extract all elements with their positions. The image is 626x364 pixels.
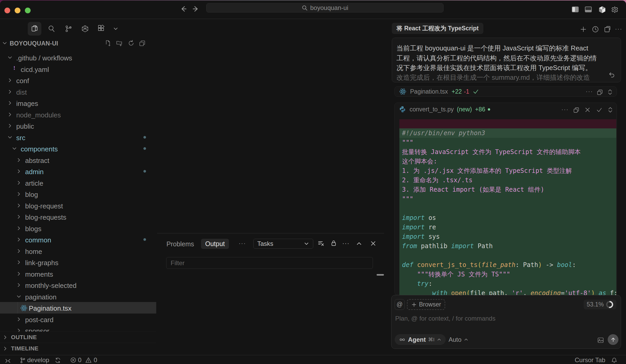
card-new-badge: (new)	[457, 106, 472, 113]
tree-item-sponsor[interactable]: sponsor	[0, 325, 156, 332]
problems-tab[interactable]: Problems	[166, 240, 194, 248]
context-usage-pill[interactable]: 53.1%	[584, 300, 616, 309]
chat-input-box[interactable]: @ Browser 53.1% Plan, @ for context, / f…	[391, 295, 621, 349]
panel-more-actions-icon[interactable]: ···	[342, 240, 350, 247]
panel-more-tabs-icon[interactable]: ···	[239, 240, 246, 247]
tree-item-post-card[interactable]: post-card	[0, 314, 156, 325]
chat-more-icon[interactable]: ···	[615, 26, 622, 32]
tree-item-images[interactable]: images	[0, 97, 156, 109]
card-copy-icon[interactable]	[596, 89, 603, 96]
address-bar[interactable]: boyouquan-ui	[206, 3, 444, 13]
output-tab[interactable]: Output	[201, 239, 229, 249]
chat-tab-title[interactable]: 将 React 工程改为 TypeScript	[392, 23, 483, 34]
timeline-section[interactable]: TIMELINE	[0, 343, 156, 354]
tree-item-blog[interactable]: blog	[0, 188, 156, 200]
diff-removed-line	[399, 119, 616, 128]
back-button[interactable]	[180, 5, 187, 13]
model-dropdown[interactable]: Auto	[449, 334, 468, 345]
outline-section[interactable]: OUTLINE	[0, 332, 156, 343]
tree-item-public[interactable]: public	[0, 120, 156, 132]
add-context-button[interactable]: @	[395, 299, 405, 310]
model-label: Auto	[449, 336, 461, 343]
tree-item-admin[interactable]: admin	[0, 166, 156, 177]
card-more-icon[interactable]: ···	[561, 106, 569, 113]
tree-item-label: sponsor	[25, 327, 49, 332]
card-more-icon[interactable]: ···	[586, 88, 593, 95]
card-expand-icon[interactable]	[607, 89, 613, 95]
tree-item-cicd-yaml[interactable]: !cicd.yaml	[0, 63, 156, 75]
cursor-tab-label[interactable]: Cursor Tab	[575, 356, 605, 364]
tree-item-abstract[interactable]: abstract	[0, 154, 156, 166]
remote-icon[interactable]	[4, 357, 12, 364]
open-in-window-icon[interactable]	[603, 25, 611, 33]
tree-item-dist[interactable]: dist	[0, 86, 156, 98]
card-accept-icon[interactable]	[596, 107, 602, 113]
tree-item-label: Pagination.tsx	[29, 304, 71, 312]
tree-item-label: common	[25, 236, 51, 244]
lock-scroll-icon[interactable]	[330, 240, 337, 247]
tree-item-pagination-tsx[interactable]: Pagination.tsx	[0, 302, 156, 314]
undo-icon[interactable]	[608, 71, 615, 78]
tree-item--github-workflows[interactable]: .github / workflows	[0, 52, 156, 63]
infinity-icon	[399, 336, 406, 343]
panel-scrollbar-handle[interactable]	[377, 274, 384, 276]
close-panel-icon[interactable]	[370, 240, 377, 247]
tree-item-monthly-selected[interactable]: monthly-selected	[0, 279, 156, 291]
code-line: 批量转换 JavaScript 文件为 TypeScript 文件的辅助脚本	[399, 147, 616, 157]
model-chevron-icon	[464, 337, 468, 342]
code-line: import sys	[399, 232, 616, 241]
layout-sidebar-icon[interactable]	[571, 6, 579, 13]
tree-item-label: moments	[25, 270, 53, 278]
git-branch-icon[interactable]	[20, 357, 26, 364]
settings-gear-icon[interactable]	[611, 6, 619, 14]
tree-item-moments[interactable]: moments	[0, 268, 156, 280]
tree-item-pagination[interactable]: pagination	[0, 291, 156, 302]
sync-icon[interactable]	[54, 357, 61, 364]
history-icon[interactable]	[591, 25, 599, 33]
tree-item-blog-request[interactable]: blog-request	[0, 200, 156, 211]
filter-input[interactable]: Filter	[166, 257, 373, 269]
tree-item-link-graphs[interactable]: link-graphs	[0, 257, 156, 268]
maximize-panel-icon[interactable]	[356, 241, 362, 247]
bell-icon[interactable]	[611, 357, 618, 364]
file-change-card-pagination[interactable]: Pagination.tsx +22 -1 ···	[394, 86, 617, 97]
agent-mode-dropdown[interactable]: Agent ⌘I	[395, 334, 446, 345]
tree-item-label: blog-request	[25, 202, 63, 210]
tree-item-article[interactable]: article	[0, 177, 156, 189]
tree-item-blog-requests[interactable]: blog-requests	[0, 211, 156, 223]
errors-icon[interactable]	[70, 357, 76, 363]
browser-chip[interactable]: Browser	[407, 299, 445, 310]
forward-button[interactable]	[192, 5, 199, 13]
send-button[interactable]	[608, 334, 618, 345]
tree-item-common[interactable]: common	[0, 234, 156, 245]
tasks-dropdown[interactable]: Tasks	[253, 239, 313, 249]
modified-dot-icon	[143, 136, 146, 139]
code-line: 这个脚本会:	[399, 157, 616, 166]
tree-item-blogs[interactable]: blogs	[0, 223, 156, 234]
file-change-card-convert[interactable]: convert_to_ts.py (new) +86 ··· #!/usr/bi…	[394, 103, 617, 295]
tree-item-home[interactable]: home	[0, 245, 156, 257]
card-reject-icon[interactable]	[584, 107, 591, 113]
chevron-right-icon	[16, 282, 21, 288]
tree-item-src[interactable]: src	[0, 132, 156, 143]
card-copy-icon[interactable]	[573, 107, 580, 113]
cursor-ai-icon[interactable]	[598, 6, 606, 14]
tree-item-conf[interactable]: conf	[0, 75, 156, 86]
warnings-icon[interactable]	[85, 357, 92, 363]
warnings-count: 0	[94, 356, 97, 364]
image-icon[interactable]	[597, 337, 604, 344]
branch-name[interactable]: develop	[27, 356, 49, 364]
tree-item-node-modules[interactable]: node_modules	[0, 109, 156, 120]
react-icon	[399, 88, 407, 95]
chevron-down-icon	[12, 146, 17, 151]
layout-panel-icon[interactable]	[584, 6, 592, 13]
user-message-box[interactable]: 当前工程 boyouquan-ui 是一个使用 JavaScript 编写的标准…	[392, 38, 621, 82]
tree-item-components[interactable]: components	[0, 143, 156, 154]
diff-code-area: #!/usr/bin/env python3"""批量转换 JavaScript…	[399, 128, 616, 295]
statusbar: develop 0 0 Cursor Tab	[0, 355, 626, 364]
outline-label: OUTLINE	[11, 334, 37, 341]
new-chat-icon[interactable]	[580, 26, 587, 33]
card-expand-icon[interactable]	[607, 106, 613, 113]
tree-item-label: abstract	[25, 157, 49, 165]
clear-output-icon[interactable]	[317, 240, 325, 247]
